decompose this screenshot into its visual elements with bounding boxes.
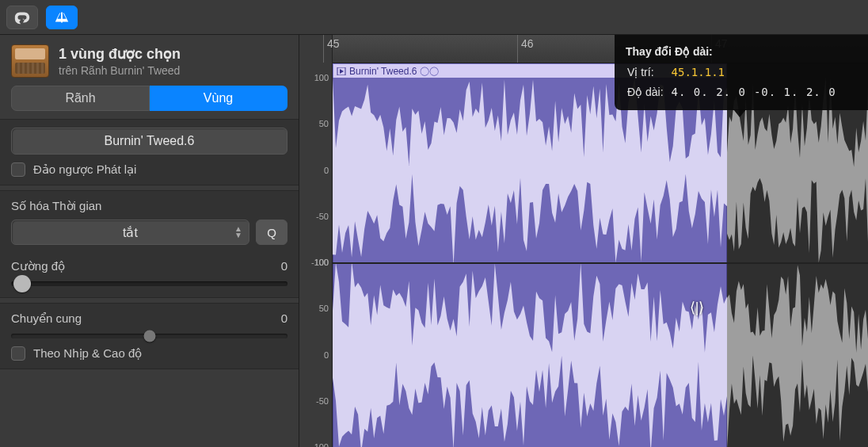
y-tick-label: 50 [319, 119, 329, 128]
audio-editor: 454647 100500-50-100100500-50-100 Burnin… [299, 35, 868, 447]
tooltip-pos-value: 45.1.1.1 [672, 63, 752, 81]
y-tick-label: 0 [324, 166, 329, 175]
length-tooltip: Thay đổi Độ dài: Vị trí: 45.1.1.1 Độ dài… [615, 35, 868, 110]
amplitude-axis: 100500-50-100100500-50-100 [299, 35, 333, 447]
chevron-down-icon: ▲▼ [234, 226, 242, 239]
transpose-label: Chuyển cung [11, 311, 82, 326]
quantize-button[interactable]: Q [256, 220, 287, 245]
tab-region[interactable]: Vùng [150, 86, 287, 111]
ruler-mark: 45 [323, 35, 343, 63]
inspector-title: 1 vùng được chọn [59, 45, 181, 63]
region-name-field[interactable] [11, 128, 287, 155]
transpose-value[interactable]: 0 [281, 311, 287, 326]
time-quantize-value: tắt [123, 225, 138, 240]
time-quantize-label: Số hóa Thời gian [11, 199, 287, 213]
follow-tempo-label: Theo Nhịp & Cao độ [33, 346, 142, 361]
gain-value[interactable]: 0 [281, 259, 287, 273]
y-tick-label: 50 [319, 304, 329, 313]
inspector-tabs: Rãnh Vùng [0, 86, 299, 119]
top-toolbar [0, 0, 868, 35]
tab-track[interactable]: Rãnh [11, 86, 150, 111]
ruler-mark: 46 [517, 35, 537, 63]
y-tick-label: 0 [324, 350, 329, 360]
tooltip-title: Thay đổi Độ dài: [626, 43, 857, 60]
inspector-subtitle: trên Rãnh Burnin' Tweed [59, 64, 181, 77]
y-tick-label: -100 [311, 442, 329, 447]
transpose-slider[interactable] [11, 334, 287, 338]
region-header-text: Burnin' Tweed.6 [349, 66, 417, 77]
tooltip-len-value: 4. 0. 2. 0 [672, 83, 752, 101]
reverse-label: Đảo ngược Phát lại [33, 162, 136, 177]
gain-slider[interactable] [11, 281, 287, 286]
waveform-area[interactable] [333, 78, 868, 447]
gain-label: Cường độ [11, 259, 65, 273]
y-tick-label: 100 [314, 73, 329, 82]
y-tick-label: 100 [314, 258, 329, 267]
loop-tool-button[interactable] [6, 6, 38, 29]
track-icon [11, 44, 49, 78]
reverse-checkbox[interactable] [11, 162, 25, 177]
stereo-icon: ◯◯ [420, 66, 439, 76]
waveform-channel[interactable] [333, 262, 868, 447]
tooltip-len-label: Độ dài: [627, 83, 670, 101]
follow-tempo-checkbox[interactable] [11, 346, 25, 361]
inspector-panel: 1 vùng được chọn trên Rãnh Burnin' Tweed… [0, 35, 299, 447]
catch-playhead-button[interactable] [46, 6, 78, 29]
time-quantize-select[interactable]: tắt ▲▼ [11, 220, 249, 245]
tooltip-pos-label: Vị trí: [627, 63, 670, 81]
y-tick-label: -50 [316, 212, 329, 221]
play-icon [337, 67, 346, 75]
y-tick-label: -50 [316, 396, 329, 406]
tooltip-delta-value: -0. 1. 2. 0 [754, 83, 843, 101]
